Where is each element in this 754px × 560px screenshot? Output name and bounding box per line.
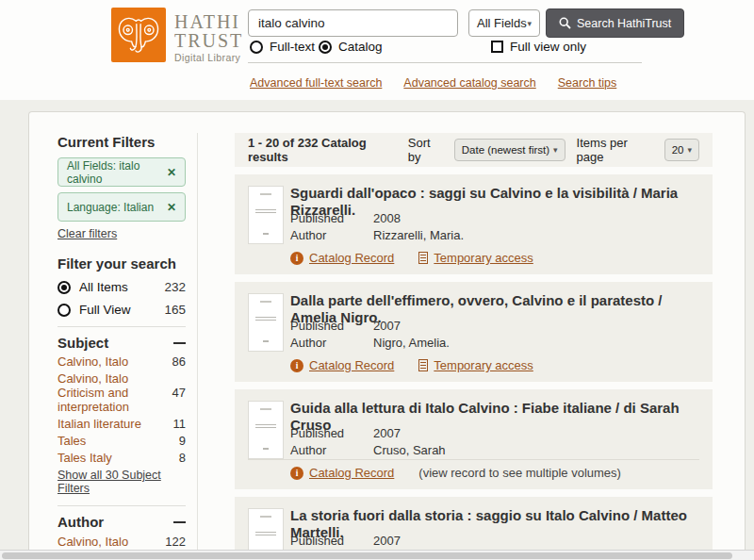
scrollbar-thumb[interactable] [2, 552, 732, 559]
results-section: 1 - 20 of 232 Catalog results Sort by Da… [235, 133, 713, 560]
logo-line1: HATHI [174, 12, 243, 31]
chevron-down-icon: ▾ [687, 145, 692, 155]
show-all-subject-filters-link[interactable]: Show all 30 Subject Filters [57, 469, 186, 495]
facet-item: Tales Italy 8 [57, 451, 186, 465]
radio-icon [57, 304, 71, 317]
published-label: Published [290, 211, 373, 225]
advanced-fulltext-search-link[interactable]: Advanced full-text search [250, 76, 382, 90]
collapse-icon[interactable] [173, 342, 186, 344]
filter-chip-label: Language: Italian [67, 201, 154, 214]
scope-all-items-radio[interactable]: All Items 232 [57, 280, 186, 294]
book-cover-thumbnail[interactable] [248, 293, 284, 352]
document-icon [418, 359, 428, 371]
author-row: Author Rizzarelli, Maria. [290, 228, 464, 242]
subject-link[interactable]: Tales [57, 434, 86, 448]
results-toolbar: 1 - 20 of 232 Catalog results Sort by Da… [235, 133, 713, 167]
subject-link[interactable]: Tales Italy [57, 451, 112, 465]
author-facet-header: Author [57, 515, 186, 530]
facet-item: Tales 9 [57, 434, 186, 448]
published-value: 2007 [373, 319, 401, 333]
published-row: Published 2008 [290, 211, 401, 225]
scope-full-view-radio[interactable]: Full View 165 [57, 303, 186, 317]
published-value: 2007 [373, 426, 401, 440]
subject-facet-title: Subject [57, 336, 108, 351]
subject-link[interactable]: Calvino, Italo Criticism and interpretat… [57, 371, 167, 414]
search-button[interactable]: Search HathiTrust [546, 8, 684, 38]
document-icon [418, 252, 428, 264]
info-icon: i [290, 467, 303, 480]
radio-icon [250, 41, 263, 54]
facet-count: 86 [167, 354, 186, 369]
search-tips-link[interactable]: Search tips [558, 76, 617, 90]
facet-count: 11 [168, 417, 187, 431]
filter-chip-all-fields[interactable]: All Fields: italo calvino ✕ [57, 157, 186, 187]
collapse-icon[interactable] [173, 521, 186, 523]
facet-count: 47 [167, 386, 186, 400]
logo-wordmark: HATHI TRUST Digital Library [174, 8, 243, 63]
sort-select[interactable]: Date (newest first) ▾ [454, 139, 566, 161]
search-field-select[interactable]: All Fields ▾ [468, 9, 540, 37]
scope-full-view-count: 165 [164, 303, 186, 317]
elephant-logo-icon [111, 8, 166, 62]
hathitrust-logo[interactable]: HATHI TRUST Digital Library [111, 8, 243, 63]
catalog-record-link[interactable]: i Catalog Record [290, 358, 394, 372]
scope-full-view-label: Full View [79, 303, 131, 317]
radio-checked-icon [319, 41, 332, 54]
author-row: Author Nigro, Amelia. [290, 336, 450, 350]
facet-item: Calvino, Italo Criticism and interpretat… [57, 371, 186, 414]
advanced-catalog-search-link[interactable]: Advanced catalog search [403, 76, 535, 90]
subject-facet-header: Subject [57, 336, 186, 351]
published-value: 2007 [373, 534, 401, 548]
clear-filters-link[interactable]: Clear filters [57, 227, 117, 241]
temporary-access-link[interactable]: Temporary access [418, 358, 533, 372]
subject-link[interactable]: Calvino, Italo [57, 354, 128, 369]
catalog-record-link[interactable]: i Catalog Record [290, 466, 394, 480]
filter-your-search-title: Filter your search [57, 256, 186, 272]
published-row: Published 2007 [290, 426, 401, 440]
facet-item: Calvino, Italo 122 [57, 535, 186, 549]
catalog-record-link[interactable]: i Catalog Record [290, 251, 394, 265]
result-card: Dalla parte dell'effimero, ovvero, Calvi… [235, 282, 713, 382]
advanced-search-links: Advanced full-text search Advanced catal… [250, 76, 616, 90]
multiple-volumes-note: (view record to see multiple volumes) [418, 466, 621, 480]
filters-sidebar: Current Filters All Fields: italo calvin… [57, 135, 186, 560]
filter-chip-label: All Fields: italo calvino [67, 159, 167, 186]
horizontal-scrollbar[interactable] [0, 550, 754, 560]
catalog-radio[interactable]: Catalog [319, 40, 383, 54]
search-input[interactable] [248, 9, 458, 37]
sort-by-label: Sort by [408, 136, 446, 164]
main-panel: Current Filters All Fields: italo calvin… [28, 111, 746, 560]
filter-chip-language[interactable]: Language: Italian ✕ [57, 192, 186, 222]
sidebar-results-divider [197, 133, 198, 560]
search-icon [559, 17, 571, 29]
facet-count: 8 [173, 451, 186, 465]
book-cover-thumbnail[interactable] [248, 186, 284, 244]
book-cover-thumbnail[interactable] [248, 401, 284, 459]
close-icon[interactable]: ✕ [167, 166, 176, 179]
close-icon[interactable]: ✕ [167, 201, 176, 214]
logo-line2: TRUST [174, 31, 243, 50]
chevron-down-icon: ▾ [553, 145, 558, 155]
items-per-page-select[interactable]: 20 ▾ [664, 139, 699, 161]
published-label: Published [290, 534, 373, 548]
fulltext-radio-label: Full-text [270, 40, 315, 54]
published-row: Published 2007 [290, 534, 401, 548]
author-label: Author [290, 228, 373, 242]
sort-select-value: Date (newest first) [462, 144, 549, 156]
scope-all-items-label: All Items [79, 280, 128, 294]
author-link[interactable]: Calvino, Italo [57, 535, 128, 549]
temporary-access-link[interactable]: Temporary access [418, 251, 533, 265]
results-summary: 1 - 20 of 232 Catalog results [248, 136, 408, 164]
fulltext-radio[interactable]: Full-text [250, 40, 315, 54]
logo-tagline: Digital Library [174, 52, 243, 63]
facet-count: 9 [173, 434, 186, 448]
sidebar-divider [57, 326, 186, 327]
subject-link[interactable]: Italian literature [57, 417, 141, 431]
header-divider [248, 62, 642, 63]
published-value: 2008 [373, 211, 401, 225]
subject-facet-list: Calvino, Italo 86 Calvino, Italo Critici… [57, 354, 186, 465]
facet-item: Calvino, Italo 86 [57, 354, 186, 369]
author-facet-title: Author [57, 515, 104, 530]
items-per-page-label: Items per page [577, 136, 656, 164]
full-view-only-checkbox[interactable]: Full view only [491, 40, 586, 54]
